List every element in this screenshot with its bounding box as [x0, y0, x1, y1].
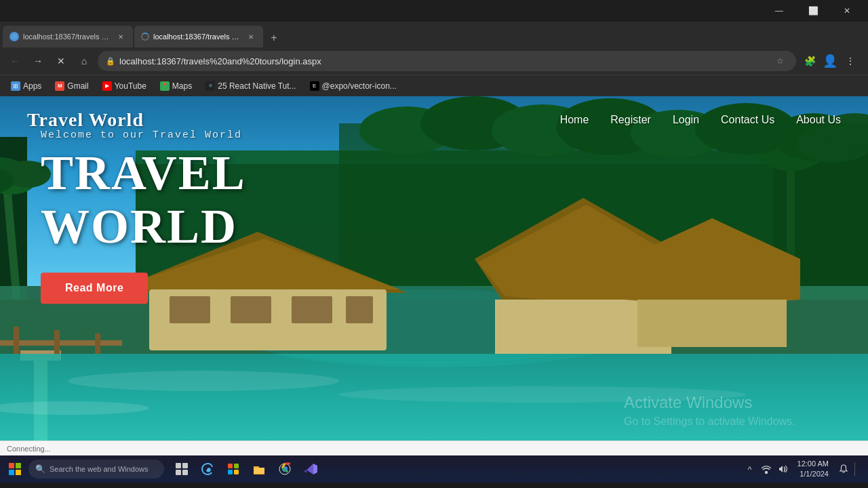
taskbar-right: ^ 12:00 AM 1/1/2024 — [743, 458, 864, 481]
svg-point-0 — [12, 34, 17, 39]
hero-title: TRAVEL WORLD — [41, 146, 246, 253]
status-text: Connecting... — [7, 445, 51, 453]
tab-favicon-1 — [9, 32, 19, 41]
expo-favicon: E — [310, 81, 319, 91]
file-explorer-icon[interactable] — [247, 457, 271, 481]
bookmark-expo[interactable]: E @expo/vector-icon... — [304, 80, 402, 92]
notifications-icon[interactable] — [837, 462, 850, 476]
clock-date: 1/1/2024 — [797, 469, 829, 479]
svg-rect-64 — [228, 470, 233, 474]
bookmark-maps[interactable]: 📍 Maps — [155, 80, 197, 92]
bookmark-star-icon[interactable]: ☆ — [772, 53, 788, 69]
svg-rect-68 — [765, 471, 768, 474]
status-bar: Connecting... — [0, 441, 868, 455]
tabs-bar: localhost:18367/travels and tour... ✕ lo… — [0, 22, 868, 47]
bookmark-maps-label: Maps — [172, 81, 192, 91]
start-button[interactable] — [4, 458, 26, 480]
reload-button[interactable]: ✕ — [52, 52, 71, 70]
svg-rect-56 — [9, 470, 14, 475]
nav-links: Home Register Login Contact Us About Us — [560, 114, 841, 126]
search-placeholder: Search the web and Windows — [50, 465, 149, 473]
show-hidden-icon[interactable]: ^ — [743, 462, 757, 476]
bookmark-gmail[interactable]: M Gmail — [50, 80, 94, 92]
close-button[interactable]: ✕ — [831, 0, 863, 22]
tab-close-1[interactable]: ✕ — [115, 31, 126, 42]
profile-icon[interactable]: 👤 — [821, 52, 840, 70]
home-button[interactable]: ⌂ — [75, 52, 94, 70]
maps-favicon: 📍 — [160, 81, 170, 91]
nav-link-login[interactable]: Login — [673, 114, 699, 126]
svg-rect-63 — [234, 464, 239, 468]
svg-rect-49 — [14, 327, 19, 354]
taskbar-search[interactable]: 🔍 Search the web and Windows — [28, 460, 164, 479]
gmail-favicon: M — [55, 81, 64, 91]
new-tab-button[interactable]: + — [264, 28, 283, 47]
nav-link-home[interactable]: Home — [560, 114, 589, 126]
tab-title-2: localhost:18367/travels and tour... — [153, 33, 241, 41]
address-bar: ← → ✕ ⌂ 🔒 localhost:18367/travels%20and%… — [0, 47, 868, 75]
react-favicon: ⚛ — [205, 81, 215, 91]
url-text: localhost:18367/travels%20and%20tours/lo… — [119, 56, 768, 66]
tab-close-2[interactable]: ✕ — [245, 31, 256, 42]
bookmarks-bar: ⊞ Apps M Gmail ▶ YouTube 📍 Maps ⚛ 25 Rea… — [0, 75, 868, 96]
svg-rect-57 — [16, 470, 21, 475]
back-button[interactable]: ← — [5, 52, 24, 70]
bookmark-youtube[interactable]: ▶ YouTube — [97, 80, 152, 92]
bookmark-apps-label: Apps — [23, 81, 41, 91]
system-clock[interactable]: 12:00 AM 1/1/2024 — [793, 458, 833, 481]
svg-rect-36 — [346, 296, 373, 323]
bookmark-expo-label: @expo/vector-icon... — [322, 81, 397, 91]
svg-rect-50 — [54, 330, 60, 354]
browser-chrome: — ⬜ ✕ localhost:18367/travels and tour..… — [0, 0, 868, 96]
nav-link-contact[interactable]: Contact Us — [721, 114, 774, 126]
browser-tab-1[interactable]: localhost:18367/travels and tour... ✕ — [3, 26, 133, 47]
hero-title-line2: WORLD — [41, 199, 237, 253]
settings-icon[interactable]: ⋮ — [841, 52, 860, 70]
nav-link-register[interactable]: Register — [610, 114, 651, 126]
store-icon[interactable] — [221, 457, 245, 481]
chrome-icon[interactable] — [273, 457, 297, 481]
url-bar[interactable]: 🔒 localhost:18367/travels%20and%20tours/… — [98, 51, 796, 71]
minimize-button[interactable]: — — [764, 0, 795, 22]
youtube-favicon: ▶ — [102, 81, 112, 91]
svg-rect-59 — [182, 463, 188, 468]
title-bar: — ⬜ ✕ — [0, 0, 868, 22]
nav-link-about[interactable]: About Us — [796, 114, 841, 126]
network-icon[interactable] — [760, 462, 773, 476]
tab-loading-spinner — [141, 33, 149, 41]
svg-text:Go to Settings to activate Win: Go to Settings to activate Windows. — [624, 415, 795, 427]
hero-title-line1: TRAVEL — [41, 146, 246, 200]
apps-favicon: ⊞ — [11, 81, 20, 91]
site-logo: Travel World — [27, 109, 144, 131]
maximize-button[interactable]: ⬜ — [797, 0, 829, 22]
svg-rect-62 — [228, 464, 233, 468]
browser-icons: 🧩 👤 ⋮ — [800, 52, 863, 70]
hero-subtitle: Welcome to our Travel World — [41, 129, 246, 141]
bookmark-youtube-label: YouTube — [115, 81, 146, 91]
svg-point-45 — [68, 371, 339, 391]
bookmark-gmail-label: Gmail — [67, 81, 88, 91]
bookmark-react[interactable]: ⚛ 25 React Native Tut... — [200, 80, 301, 92]
tab-title-1: localhost:18367/travels and tour... — [23, 33, 111, 41]
hero-content: Welcome to our Travel World TRAVEL WORLD… — [41, 129, 246, 304]
read-more-button[interactable]: Read More — [41, 272, 148, 304]
edge-icon[interactable] — [195, 457, 220, 481]
system-tray: ^ — [743, 462, 789, 476]
forward-button[interactable]: → — [28, 52, 47, 70]
task-view-button[interactable] — [170, 457, 194, 481]
extensions-icon[interactable]: 🧩 — [800, 52, 819, 70]
vs-icon[interactable] — [298, 457, 323, 481]
bookmark-apps[interactable]: ⊞ Apps — [5, 80, 47, 92]
browser-tab-2[interactable]: localhost:18367/travels and tour... ✕ — [134, 26, 263, 47]
window-controls: — ⬜ ✕ — [764, 0, 863, 22]
volume-icon[interactable] — [776, 462, 789, 476]
svg-rect-35 — [292, 296, 332, 323]
website-content: Activate Windows Go to Settings to activ… — [0, 96, 868, 441]
bookmark-react-label: 25 React Native Tut... — [218, 81, 296, 91]
svg-rect-61 — [182, 470, 188, 475]
url-lock-icon: 🔒 — [106, 57, 115, 66]
svg-rect-60 — [176, 470, 181, 475]
svg-text:Activate Windows: Activate Windows — [624, 393, 752, 411]
show-desktop-button[interactable] — [854, 462, 860, 476]
url-icons: ☆ — [772, 53, 788, 69]
